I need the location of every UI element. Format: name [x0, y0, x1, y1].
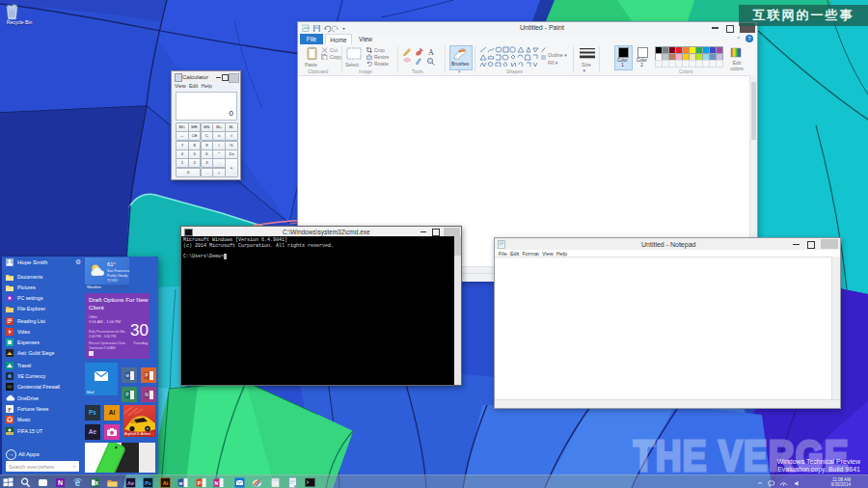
svg-text:Ai: Ai — [163, 480, 169, 486]
svg-text:x: x — [95, 479, 98, 486]
svg-text:N: N — [145, 392, 149, 397]
svg-text:Ps: Ps — [145, 480, 151, 486]
svg-text:A: A — [428, 48, 434, 57]
svg-text:N: N — [215, 480, 219, 486]
svg-text:N: N — [58, 479, 63, 486]
svg-text:w: w — [177, 480, 182, 486]
svg-text:w: w — [125, 372, 129, 378]
svg-text:Ae: Ae — [127, 480, 134, 486]
